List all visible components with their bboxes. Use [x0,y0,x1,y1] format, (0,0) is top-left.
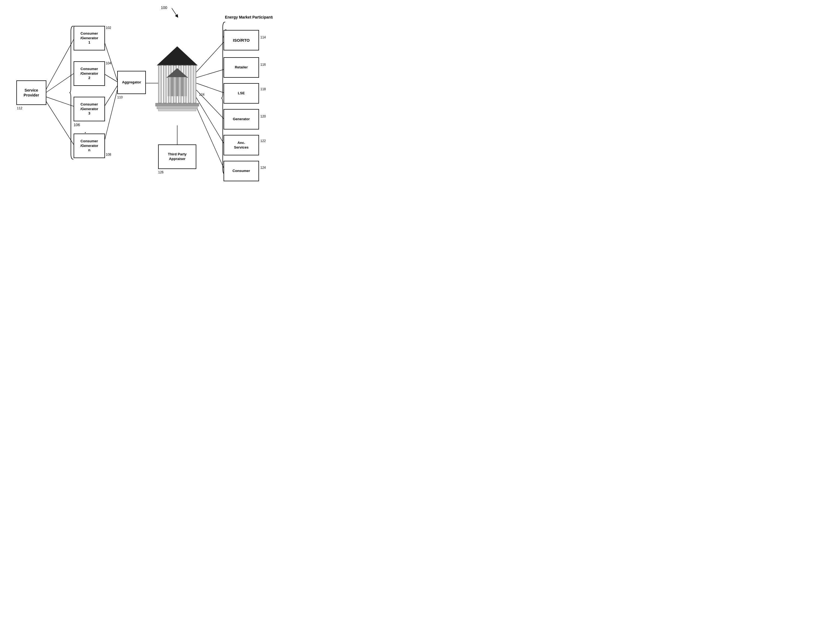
svg-line-5 [104,73,117,82]
svg-line-12 [196,83,224,93]
label-126: 126 [158,170,163,174]
consumer-generator-2-box: Consumer/Generator2 [74,61,105,86]
iso-rto-box: ISO/RTO [224,30,259,50]
label-124-hub: 124 [199,93,204,96]
svg-line-6 [104,86,117,108]
label-110: 110 [117,95,123,99]
retailer-box: Retailer [224,57,259,78]
third-party-appraiser-box: Third PartyAppraiser [158,145,196,169]
label-116: 116 [261,63,266,67]
arrow-100 [163,7,180,18]
energy-market-title: Energy Market Participant(s) [224,15,273,19]
svg-line-7 [104,90,117,145]
consumer-generator-n-box: Consumer/Generatorn [74,134,105,158]
service-provider-box: ServiceProvider [16,81,46,105]
label-122: 122 [261,139,266,143]
label-118: 118 [261,87,266,91]
temple-hub [157,46,198,125]
label-112: 112 [17,106,22,110]
anc-services-box: Anc.Services [224,135,259,156]
svg-line-10 [195,42,224,73]
label-104: 104 [106,61,111,65]
svg-line-11 [196,70,224,78]
svg-line-4 [104,40,117,81]
label-108: 108 [106,152,111,157]
svg-line-16 [172,8,177,16]
generator-box: Generator [224,109,259,130]
consumer-generator-1-box: Consumer/Generator1 [74,26,105,50]
label-124: 124 [261,166,266,169]
svg-line-15 [194,101,224,168]
aggregator-box: Aggregator [117,71,146,94]
lse-box: LSE [224,83,259,104]
consumer-generator-3-box: Consumer/Generator3 [74,97,105,121]
label-102: 102 [106,26,111,30]
consumer-right-box: Consumer [224,161,259,181]
svg-line-14 [195,95,224,143]
label-120: 120 [261,114,266,118]
label-114: 114 [261,35,266,39]
diagram-container: 100 Energy Market Participant(s) ⌒ Servi… [0,0,273,202]
consumer-brace-svg [70,26,75,159]
